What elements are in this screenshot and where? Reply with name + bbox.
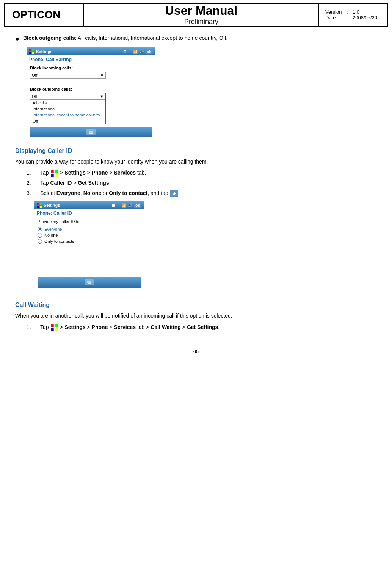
screenshot-keyboard	[30, 127, 152, 137]
svg-rect-14	[37, 206, 39, 208]
dropdown-arrow-icon: ▼	[100, 73, 104, 77]
svg-rect-21	[51, 328, 54, 331]
svg-rect-3	[32, 52, 34, 54]
radio-noone[interactable]: No one	[38, 232, 141, 238]
svg-rect-11	[55, 174, 58, 177]
cw-step-1-text: Tap > Settings > Phone > Services tab > …	[40, 323, 220, 331]
screenshot-bar-2: Settings ⊞ ↔ 📶 🔊 ok	[34, 201, 144, 209]
cw-step-1: 1. Tap > Settings > Phone > Services tab…	[27, 323, 377, 331]
date-colon: :	[347, 15, 350, 20]
screenshot-bar-title-2: Settings	[44, 203, 60, 208]
step-1-num: 1.	[27, 169, 34, 177]
section-heading-caller-id: Displaying Caller ID	[15, 148, 377, 154]
call-waiting-steps: 1. Tap > Settings > Phone > Services tab…	[27, 323, 377, 331]
page-header: OPTICON User Manual Preliminary Version …	[4, 3, 388, 27]
svg-rect-0	[29, 49, 31, 51]
svg-rect-22	[55, 328, 58, 331]
block-outgoing-dropdown-open[interactable]: Off ▼ All calls International Internatio…	[30, 93, 106, 124]
screenshot-caller-id: Settings ⊞ ↔ 📶 🔊 ok Phone: Caller ID Pro…	[34, 201, 144, 290]
svg-rect-19	[51, 324, 54, 327]
screenshot-body-barring: Block incoming calls: Off ▼ Block outgoi…	[27, 63, 155, 140]
provide-label: Provide my caller ID to:	[38, 219, 141, 224]
screenshot-page-title-2: Phone: Caller ID	[34, 209, 144, 217]
logo: OPTICON	[5, 4, 84, 26]
screenshot-bar-icons: ⊞ ↔ 📶 🔊 ok	[123, 50, 153, 54]
caller-id-steps: 1. Tap > Settings > Phone > Services tab…	[27, 169, 377, 197]
cw-step-1-num: 1.	[27, 323, 34, 331]
screenshot-call-barring: Settings ⊞ ↔ 📶 🔊 ok Phone: Call Barring …	[27, 47, 155, 140]
svg-rect-9	[55, 170, 58, 173]
step-2-num: 2.	[27, 179, 34, 187]
bullet-icon: ●	[15, 35, 19, 43]
step-1: 1. Tap > Settings > Phone > Services tab…	[27, 169, 377, 177]
dd-item-intl-except[interactable]: International except to home country	[30, 112, 105, 118]
step-3-num: 3.	[27, 189, 34, 197]
screenshot-page-title: Phone: Call Barring	[27, 55, 155, 63]
svg-rect-13	[40, 203, 42, 205]
screenshot-bar-title: Settings	[36, 49, 52, 54]
windows-icon-inline	[51, 170, 58, 177]
block-incoming-dropdown[interactable]: Off ▼	[30, 72, 106, 79]
section-heading-call-waiting: Call Waiting	[15, 302, 377, 308]
document-title: User Manual Preliminary	[84, 4, 319, 26]
title-main: User Manual	[165, 4, 237, 18]
step-1-text: Tap > Settings > Phone > Services tab.	[40, 169, 146, 177]
radio-only-contacts-label: Only to contacts	[44, 239, 74, 244]
step-3-text: Select Everyone, No one or Only to conta…	[40, 189, 180, 197]
screenshot-body-caller-id: Provide my caller ID to: Everyone No one…	[34, 217, 144, 290]
date-value: 2008/05/20	[353, 15, 377, 20]
radio-noone-label: No one	[44, 233, 58, 238]
svg-rect-20	[55, 324, 58, 327]
step-3: 3. Select Everyone, No one or Only to co…	[27, 189, 377, 197]
step-2: 2. Tap Caller ID > Get Settings.	[27, 179, 377, 187]
step-2-text: Tap Caller ID > Get Settings.	[40, 179, 111, 187]
radio-only-contacts[interactable]: Only to contacts	[38, 238, 141, 244]
radio-only-contacts-circle[interactable]	[38, 239, 42, 244]
dropdown-header[interactable]: Off ▼	[30, 93, 105, 100]
svg-rect-10	[51, 174, 54, 177]
screenshot-bar: Settings ⊞ ↔ 📶 🔊 ok	[27, 48, 155, 55]
page-content: ● Block outgoing calls: All calls, Inter…	[0, 27, 392, 341]
keyboard-icon-2	[85, 279, 94, 285]
dropdown-open-arrow-icon: ▼	[100, 94, 104, 99]
radio-everyone-label: Everyone	[44, 227, 62, 231]
bullet-bold: Block outgoing calls	[23, 35, 75, 41]
block-incoming-label: Block incoming calls:	[30, 66, 152, 70]
caller-id-intro: You can provide a way for people to know…	[15, 157, 377, 166]
page-footer: 65	[0, 349, 392, 358]
windows-icon-2	[37, 203, 42, 208]
version-label: Version	[325, 9, 344, 15]
document-meta: Version : 1.0 Date : 2008/05/20	[319, 4, 387, 26]
ok-button-inline[interactable]: ok	[170, 190, 179, 197]
screenshot-bar-icons-2: ⊞ ↔ 📶 🔊 ok	[112, 203, 141, 208]
windows-icon	[29, 49, 34, 54]
radio-noone-circle[interactable]	[38, 233, 42, 238]
svg-rect-1	[32, 49, 34, 51]
screenshot-keyboard-2	[38, 277, 141, 288]
windows-icon-cw	[51, 324, 58, 331]
dd-item-international[interactable]: International	[30, 106, 105, 112]
block-outgoing-label: Block outgoing calls:	[30, 87, 152, 91]
radio-everyone-circle[interactable]	[38, 227, 42, 231]
bullet-content: Block outgoing calls: All calls, Interna…	[23, 34, 228, 42]
svg-rect-12	[37, 203, 39, 205]
svg-rect-8	[51, 170, 54, 173]
title-sub: Preliminary	[184, 18, 218, 26]
dd-item-all-calls[interactable]: All calls	[30, 100, 105, 106]
call-waiting-intro: When you are in another call, you will b…	[15, 311, 377, 320]
version-value: 1.0	[353, 9, 359, 15]
version-colon: :	[347, 9, 350, 15]
svg-rect-15	[40, 206, 42, 208]
bullet-section-block-calls: ● Block outgoing calls: All calls, Inter…	[15, 34, 377, 43]
radio-everyone[interactable]: Everyone	[38, 226, 141, 232]
date-label: Date	[325, 15, 344, 20]
svg-rect-2	[29, 52, 31, 54]
dd-item-off[interactable]: Off	[30, 118, 105, 124]
bullet-text: : All calls, International, Internationa…	[75, 35, 228, 41]
page-number: 65	[193, 349, 199, 354]
keyboard-icon	[86, 129, 96, 135]
